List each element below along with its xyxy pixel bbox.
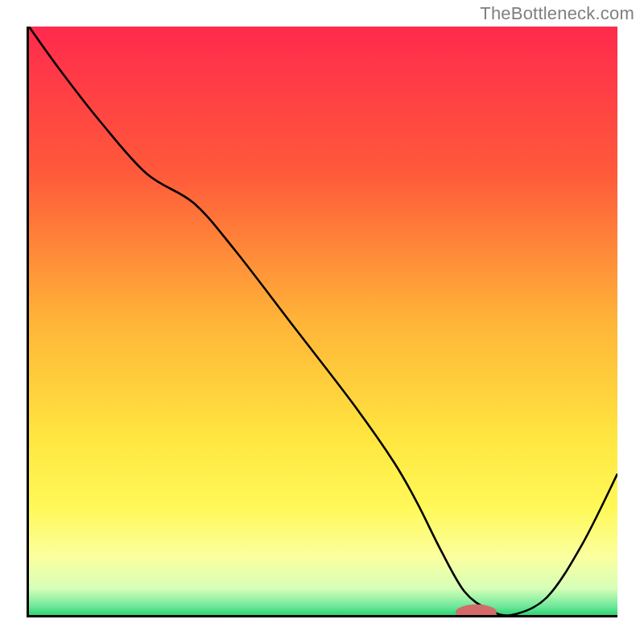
chart-container: TheBottleneck.com [0,0,644,644]
optimal-marker [456,605,497,615]
attribution-label: TheBottleneck.com [480,3,634,24]
optimal-marker-layer [29,27,617,615]
plot-area [29,27,617,615]
